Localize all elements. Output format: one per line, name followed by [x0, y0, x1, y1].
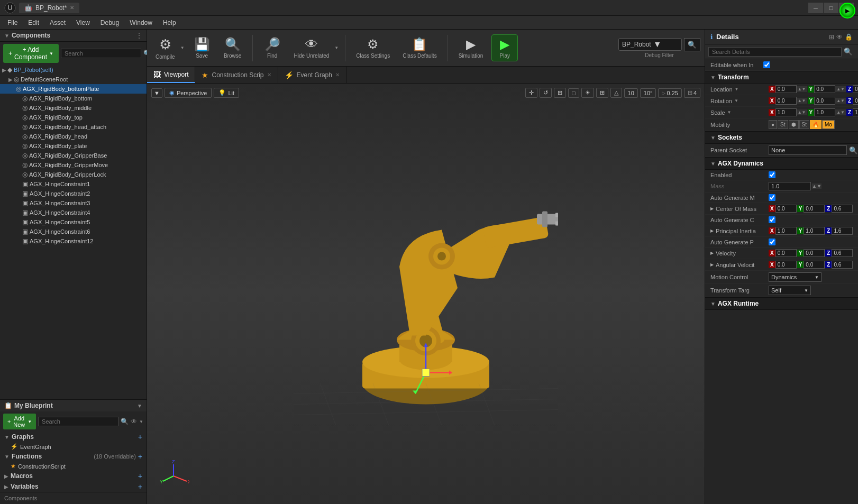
mobility-stationary-button[interactable]: ⬢ [789, 120, 799, 129]
wireframe-tool[interactable]: □ [568, 88, 579, 98]
scale-label[interactable]: Scale ▼ [710, 109, 769, 116]
location-y-spin[interactable]: ▲▼ [835, 86, 846, 92]
ang-vel-z-input[interactable] [832, 261, 853, 269]
scale-x-spin[interactable]: ▲▼ [797, 109, 807, 115]
macros-section[interactable]: ▶ Macros + [0, 471, 147, 481]
location-x-input[interactable] [775, 85, 797, 93]
tree-item-agx-hingeconstraint3[interactable]: ▣AGX_HingeConstraint3 [0, 198, 147, 208]
tree-item-agx-rigidbody-grippermove[interactable]: ◎AGX_RigidBody_GripperMove [0, 160, 147, 170]
footer-components-label[interactable]: Components [4, 495, 37, 501]
tree-item-agx-hingeconstraint4[interactable]: ▣AGX_HingeConstraint4 [0, 208, 147, 217]
viewport-3d-content[interactable]: X Y Z [147, 84, 705, 504]
pi-x-input[interactable] [775, 227, 797, 235]
ang-vel-label[interactable]: ▶ Angular Velocit [710, 262, 769, 268]
vel-x-input[interactable] [775, 249, 797, 257]
grid-tool[interactable]: ⊞ [596, 88, 608, 98]
snap-tool[interactable]: △ [610, 88, 622, 98]
details-search-button[interactable]: 🔍 [842, 47, 855, 57]
rotation-x-spin[interactable]: ▲▼ [797, 98, 807, 104]
mobility-movable-button[interactable]: Mo [822, 120, 835, 129]
tree-item-agx-rigidbody-gripperbase[interactable]: ◎AGX_RigidBody_GripperBase [0, 151, 147, 160]
details-eye-button[interactable]: 👁 [836, 33, 843, 41]
enabled-checkbox[interactable] [769, 171, 775, 178]
variables-add-btn[interactable]: + [138, 482, 142, 491]
viewport-down-arrow[interactable]: ▼ [151, 88, 162, 98]
components-menu-icon[interactable]: ⋮ [136, 32, 142, 39]
bp-search-icon[interactable]: 🔍 [121, 418, 129, 425]
class-settings-button[interactable]: ⚙ Class Settings [352, 35, 394, 61]
transform-section-header[interactable]: ▼ Transform [705, 71, 858, 84]
mass-input[interactable] [769, 182, 811, 190]
tree-item-agx-rigidbody-bottom[interactable]: ◎AGX_RigidBody_bottom [0, 94, 147, 103]
pi-y-input[interactable] [804, 227, 825, 235]
class-defaults-button[interactable]: 📋 Class Defaults [398, 35, 441, 61]
scale-dropdown-arrow[interactable]: ▼ [727, 110, 732, 115]
mass-spin-button[interactable]: ▲▼ [812, 184, 822, 189]
tree-item-agx-hingeconstraint12[interactable]: ▣AGX_HingeConstraint12 [0, 236, 147, 246]
tab-eg-close[interactable]: ✕ [335, 72, 340, 78]
save-button[interactable]: 💾 Save [189, 35, 215, 61]
menu-file[interactable]: File [2, 18, 23, 28]
lit-button[interactable]: 💡 Lit [214, 88, 239, 98]
details-lock-button[interactable]: 🔒 [845, 33, 853, 41]
rotation-label[interactable]: Rotation ▼ [710, 98, 769, 104]
simulation-button[interactable]: ▶ Simulation [454, 35, 488, 61]
bp-eye-dropdown[interactable]: ▼ [139, 419, 143, 424]
graphs-section[interactable]: ▼ Graphs + [0, 432, 147, 442]
components-search-input[interactable] [61, 49, 141, 58]
transform-target-dropdown[interactable]: Self ▼ [769, 286, 811, 295]
find-button[interactable]: 🔎 Find [259, 35, 286, 61]
grid-size-display[interactable]: 10 [624, 88, 638, 98]
tree-item-agx-hingeconstraint6[interactable]: ▣AGX_HingeConstraint6 [0, 227, 147, 236]
macros-add-btn[interactable]: + [138, 472, 142, 480]
tab-viewport[interactable]: 🖼 Viewport [147, 67, 195, 83]
tab-construction-script[interactable]: ★ Construction Scrip ✕ [195, 67, 278, 83]
angle-snap-dropdown[interactable]: 10° [640, 88, 656, 98]
add-component-button[interactable]: + + Add Component ▼ [3, 44, 59, 63]
add-new-button[interactable]: + Add New ▼ [3, 414, 36, 429]
event-graph-item[interactable]: ⚡ EventGraph [0, 442, 147, 451]
com-x-input[interactable] [775, 205, 797, 213]
browse-button[interactable]: 🔍 Browse [220, 35, 246, 61]
location-y-input[interactable] [814, 85, 835, 93]
hide-unrelated-arrow[interactable]: ▼ [334, 45, 339, 50]
maximize-button[interactable]: □ [824, 3, 838, 13]
rotation-y-input[interactable] [814, 97, 835, 105]
com-z-input[interactable] [832, 205, 853, 213]
mobility-static-button[interactable]: St [778, 120, 788, 129]
tree-item-agx-rigidbody-top[interactable]: ◎AGX_RigidBody_top [0, 113, 147, 122]
auto-gen-pi-checkbox[interactable] [769, 239, 775, 245]
tab-event-graph[interactable]: ⚡ Event Graph ✕ [278, 67, 346, 83]
lighting-tool[interactable]: ☀ [581, 88, 594, 98]
scale-y-input[interactable] [814, 108, 835, 116]
mobility-stationary2-button[interactable]: St [799, 120, 809, 129]
location-z-input[interactable] [853, 85, 858, 93]
motion-control-dropdown[interactable]: Dynamics ▼ [769, 272, 822, 282]
rotation-dropdown-arrow[interactable]: ▼ [734, 98, 738, 103]
parent-socket-search-button[interactable]: 🔍 [849, 146, 858, 154]
debug-search-button[interactable]: 🔍 [684, 38, 700, 51]
tab-cs-close[interactable]: ✕ [267, 72, 271, 78]
agx-dynamics-section-header[interactable]: ▼ AGX Dynamics [705, 157, 858, 170]
tree-item-agx-rigidbody-plate[interactable]: ◎AGX_RigidBody_plate [0, 141, 147, 151]
hide-unrelated-button[interactable]: 👁 Hide Unrelated [290, 35, 334, 61]
bp-eye-icon[interactable]: 👁 [131, 418, 137, 425]
agx-runtime-section-header[interactable]: ▼ AGX Runtime [705, 297, 858, 310]
location-label[interactable]: Location ▼ [710, 86, 769, 93]
menu-window[interactable]: Window [124, 18, 158, 28]
minimize-button[interactable]: ─ [808, 3, 823, 13]
tree-item-agx-rigidbody-middle[interactable]: ◎AGX_RigidBody_middle [0, 103, 147, 113]
pi-z-input[interactable] [832, 227, 853, 235]
rotation-x-input[interactable] [775, 97, 797, 105]
tree-item-agx-rigidbody-bottomplate[interactable]: ◎AGX_RigidBody_bottomPlate [0, 84, 147, 94]
tree-item-agx-hingeconstraint1[interactable]: ▣AGX_HingeConstraint1 [0, 179, 147, 189]
construction-script-item[interactable]: ★ ConstructionScript [0, 462, 147, 471]
menu-view[interactable]: View [71, 18, 95, 28]
ang-vel-y-input[interactable] [804, 261, 825, 269]
vel-z-input[interactable] [832, 249, 853, 257]
tab-title[interactable]: 🤖 BP_Robot* ✕ [19, 3, 79, 13]
ang-vel-x-input[interactable] [775, 261, 797, 269]
details-search-input[interactable] [708, 47, 842, 57]
tree-item-agx-rigidbody-gripperlock[interactable]: ◎AGX_RigidBody_GripperLock [0, 170, 147, 179]
tab-close[interactable]: ✕ [70, 5, 74, 11]
